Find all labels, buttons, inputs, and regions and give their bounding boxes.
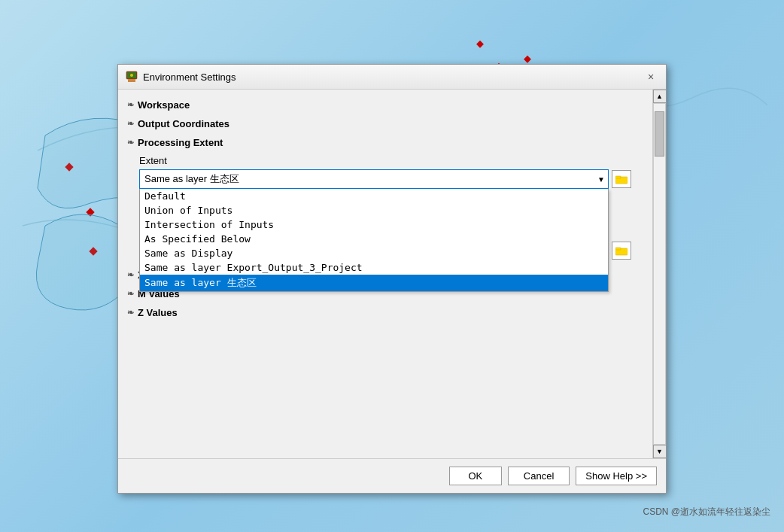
- extent-dropdown-wrapper: Same as layer 生态区 ▼ Default Union of Inp…: [139, 169, 609, 189]
- close-button[interactable]: ×: [643, 69, 658, 84]
- svg-point-9: [130, 74, 133, 77]
- scroll-thumb: [655, 111, 664, 157]
- svg-rect-14: [615, 248, 621, 250]
- environment-settings-dialog: Environment Settings × ❧ Workspace ❧ Out…: [117, 64, 667, 494]
- extent-label: Extent: [139, 155, 631, 166]
- processing-extent-content: Extent Same as layer 生态区 ▼ Default: [127, 152, 643, 266]
- folder-icon: [615, 174, 628, 184]
- dropdown-arrow-icon: ▼: [597, 175, 605, 184]
- extent-dropdown-list: Default Union of Inputs Intersection of …: [139, 189, 609, 292]
- scrollbar-panel: ▲ ▼: [652, 90, 666, 458]
- dropdown-item-default[interactable]: Default: [140, 189, 608, 203]
- dropdown-item-same-as-export[interactable]: Same as layer Export_Output_3_Project: [140, 260, 608, 275]
- dialog-title-bar: Environment Settings ×: [118, 65, 666, 90]
- workspace-chevron-icon: ❧: [127, 100, 134, 110]
- extent-selected-value: Same as layer 生态区: [144, 172, 239, 186]
- extent-dropdown-selected[interactable]: Same as layer 生态区 ▼: [139, 169, 609, 189]
- dropdown-item-intersection[interactable]: Intersection of Inputs: [140, 217, 608, 232]
- processing-extent-section-header[interactable]: ❧ Processing Extent: [127, 133, 643, 152]
- output-coordinates-section-label: Output Coordinates: [138, 118, 229, 129]
- dialog-title: Environment Settings: [143, 71, 236, 83]
- m-values-chevron-icon: ❧: [127, 289, 134, 299]
- z-values-section-label: Z Values: [138, 307, 178, 318]
- output-coordinates-chevron-icon: ❧: [127, 119, 134, 129]
- dropdown-item-as-specified[interactable]: As Specified Below: [140, 232, 608, 246]
- scroll-track[interactable]: [653, 103, 666, 445]
- z-values-chevron-icon: ❧: [127, 308, 134, 318]
- dropdown-item-union[interactable]: Union of Inputs: [140, 203, 608, 217]
- dialog-content-area[interactable]: ❧ Workspace ❧ Output Coordinates ❧ Proce…: [118, 90, 652, 458]
- output-coordinates-section-header[interactable]: ❧ Output Coordinates: [127, 114, 643, 133]
- dialog-overlay: Environment Settings × ❧ Workspace ❧ Out…: [0, 0, 784, 532]
- workspace-section-label: Workspace: [138, 99, 190, 111]
- svg-rect-12: [615, 176, 621, 178]
- processing-extent-section-label: Processing Extent: [138, 137, 223, 148]
- ok-button[interactable]: OK: [449, 467, 502, 485]
- scroll-down-button[interactable]: ▼: [653, 445, 667, 458]
- xy-resolution-chevron-icon: ❧: [127, 270, 134, 280]
- dialog-body: ❧ Workspace ❧ Output Coordinates ❧ Proce…: [118, 90, 666, 458]
- show-help-button[interactable]: Show Help >>: [576, 467, 657, 485]
- z-values-section-header[interactable]: ❧ Z Values: [127, 303, 643, 322]
- cancel-button[interactable]: Cancel: [508, 467, 570, 485]
- processing-extent-chevron-icon: ❧: [127, 138, 134, 147]
- svg-rect-10: [128, 79, 135, 82]
- workspace-section-header[interactable]: ❧ Workspace: [127, 96, 643, 114]
- snap-raster-browse-button[interactable]: [612, 242, 631, 260]
- extent-row: Same as layer 生态区 ▼ Default Union of Inp…: [139, 169, 631, 189]
- dropdown-item-same-as-ecozone[interactable]: Same as layer 生态区: [140, 275, 608, 291]
- dialog-title-icon: [126, 71, 138, 83]
- button-bar: OK Cancel Show Help >>: [118, 458, 666, 493]
- snap-raster-folder-icon: [615, 245, 628, 256]
- scroll-up-button[interactable]: ▲: [653, 90, 667, 103]
- title-bar-left: Environment Settings: [126, 71, 236, 83]
- dropdown-item-same-as-display[interactable]: Same as Display: [140, 246, 608, 260]
- extent-browse-button[interactable]: [612, 170, 631, 188]
